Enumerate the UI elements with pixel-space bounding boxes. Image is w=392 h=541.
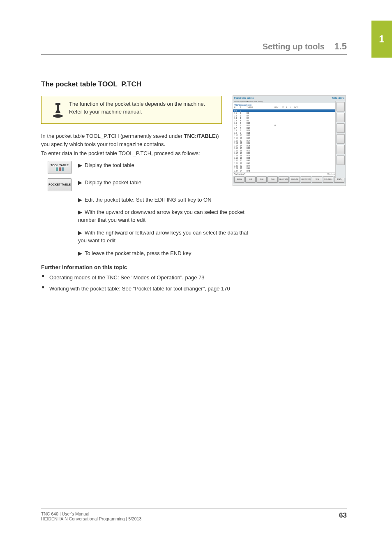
svg-point-0 [53,114,63,118]
sc-side-btn[interactable] [337,102,345,111]
footer-line1: TNC 640 | User's Manual [41,511,141,516]
sc-title-left: Pocket table editing [234,97,316,99]
sc-softkey[interactable]: PAGE [267,176,278,183]
sc-softkey[interactable]: FIND LINE [290,176,300,183]
machine-icon [46,100,69,118]
screenshot-pocket-table: Pocket table editing Table editing Manua… [233,95,346,186]
sc-softkey[interactable]: SELECT LINE [279,176,289,183]
sc-subtitle: Manual operation▶Pocket table editing [233,100,346,103]
footer-line2: HEIDENHAIN Conversational Programming | … [41,516,141,521]
further-item-1: Operating modes of the TNC: See "Modes o… [41,274,230,282]
step-6: ▶To leave the pocket table, press the EN… [78,249,251,258]
step-2: ▶Display the pocket table [78,178,251,187]
sc-side-btn[interactable] [337,113,345,122]
header-section: 1.5 [334,41,347,51]
sc-softkey[interactable]: EDIT OFF/ON [301,176,311,183]
paragraph-1: In the pocket table TOOL_P.TCH (permanen… [41,132,224,148]
header-title: Setting up tools [263,42,325,51]
sc-side-btn[interactable] [337,134,345,144]
sc-softkey[interactable]: TOOL TABLE [323,176,333,183]
page-number: 63 [339,511,347,521]
sc-softkey[interactable]: PAGE [256,176,267,183]
page-header: Setting up tools 1.5 [41,41,347,55]
step-4: ▶With the upward or downward arrow keys … [78,208,251,224]
chapter-tab: 1 [371,21,392,58]
step-5: ▶With the rightward or leftward arrow ke… [78,228,251,245]
page-footer: TNC 640 | User's Manual HEIDENHAIN Conve… [41,508,347,521]
paragraph-2: To enter data in the pocket table TOOL_P… [41,149,224,158]
sc-title-right: Table editing [316,97,344,99]
sc-column-headers: P T TNAME RSV ST F L DOC [233,106,346,109]
subheading: The pocket table TOOL_P.TCH [41,80,345,88]
softkey-pocket-table[interactable]: POCKET TABLE [48,178,71,191]
sc-side-btn[interactable] [337,145,345,154]
step-3: ▶Edit the pocket table: Set the EDITING … [78,195,251,204]
note-text: The function of the pocket table depends… [69,100,216,116]
step-1: ▶Display the tool table [78,161,251,169]
note-box: The function of the pocket table depends… [41,96,222,124]
sc-softkey[interactable]: END [245,176,256,183]
table-row[interactable]: 1.2525D50 [233,172,346,172]
sc-tool-number-label: Tool number? [234,173,245,175]
further-item-2: Working with the pocket table: See "Pock… [41,285,230,293]
sc-softkey[interactable]: FORM [312,176,322,183]
sc-side-btn[interactable] [337,156,345,165]
sc-file: TNC:\table\tool_p.tch [233,103,346,106]
further-heading: Further information on this topic [41,264,345,270]
sc-side-btn[interactable] [337,123,345,133]
sc-softkey[interactable]: BEGIN [234,176,244,183]
softkey-tool-table[interactable]: TOOL TABLE [48,161,71,174]
